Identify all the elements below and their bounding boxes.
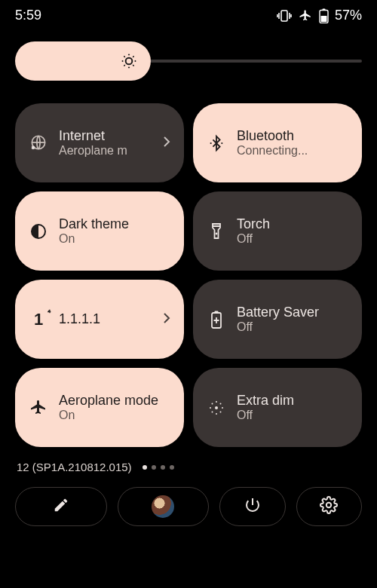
svg-point-15 — [210, 407, 211, 409]
tile-aeroplane[interactable]: Aeroplane mode On — [15, 368, 184, 447]
status-time: 5:59 — [15, 8, 41, 23]
tile-dark-theme[interactable]: Dark theme On — [15, 191, 184, 271]
tile-sub: Off — [237, 232, 348, 246]
svg-point-18 — [220, 411, 222, 412]
dark-theme-icon — [29, 222, 48, 240]
user-switch-button[interactable] — [118, 487, 210, 526]
tile-dns[interactable]: 1 1.1.1.1 — [15, 280, 184, 359]
brightness-thumb[interactable] — [15, 41, 151, 81]
chevron-right-icon[interactable] — [163, 312, 170, 327]
svg-point-6 — [210, 142, 212, 143]
tile-title: Internet — [59, 128, 152, 144]
svg-point-14 — [216, 413, 217, 415]
tile-sub: Aeroplane m — [59, 144, 152, 158]
pencil-icon — [53, 497, 69, 516]
svg-rect-2 — [322, 8, 325, 11]
svg-point-19 — [220, 403, 222, 404]
status-bar: 5:59 57% — [0, 0, 377, 28]
page-indicator[interactable] — [143, 465, 174, 470]
page-dot — [152, 465, 156, 470]
power-icon — [244, 496, 262, 517]
tile-title: Extra dim — [237, 393, 348, 409]
battery-percent: 57% — [335, 8, 362, 23]
svg-rect-3 — [320, 16, 326, 22]
tile-sub: On — [59, 409, 170, 422]
tile-sub: Off — [237, 409, 348, 422]
extra-dim-icon — [207, 398, 226, 418]
power-button[interactable] — [219, 487, 285, 526]
svg-point-16 — [222, 407, 223, 409]
tile-sub: Off — [237, 320, 348, 334]
qs-tiles: Internet Aeroplane m Bluetooth Connectin… — [0, 87, 377, 447]
tile-battery-saver[interactable]: Battery Saver Off — [193, 280, 362, 359]
tile-torch[interactable]: Torch Off — [193, 191, 362, 271]
airplane-icon — [298, 9, 313, 23]
svg-rect-11 — [215, 311, 219, 313]
brightness-slider[interactable] — [0, 28, 377, 87]
svg-point-9 — [216, 232, 218, 234]
avatar — [152, 495, 174, 518]
svg-point-20 — [212, 411, 213, 412]
svg-point-7 — [221, 142, 222, 143]
svg-point-17 — [212, 403, 213, 404]
bluetooth-icon — [207, 133, 226, 153]
one-icon: 1 — [29, 310, 48, 329]
tile-title: Bluetooth — [237, 128, 348, 144]
svg-point-12 — [215, 406, 218, 409]
tile-bluetooth[interactable]: Bluetooth Connecting... — [193, 103, 362, 182]
svg-point-13 — [216, 401, 217, 403]
tile-sub: On — [59, 232, 170, 246]
globe-x-icon — [29, 133, 48, 153]
vibrate-icon — [277, 9, 292, 23]
page-dot — [143, 465, 147, 470]
brightness-icon — [119, 51, 139, 71]
svg-rect-0 — [281, 11, 287, 21]
qs-footer: 12 (SP1A.210812.015) — [0, 447, 377, 479]
tile-extra-dim[interactable]: Extra dim Off — [193, 368, 362, 447]
status-icons: 57% — [277, 8, 362, 23]
page-dot — [170, 465, 174, 470]
battery-icon — [319, 8, 329, 23]
flashlight-icon — [207, 222, 226, 241]
gear-icon — [320, 496, 338, 517]
brightness-track[interactable] — [143, 60, 362, 63]
airplane-icon — [29, 399, 48, 417]
build-text: 12 (SP1A.210812.015) — [17, 461, 132, 473]
tile-title: Torch — [237, 216, 348, 232]
tile-title: Battery Saver — [237, 305, 348, 320]
svg-point-4 — [126, 58, 133, 65]
tile-sub: Connecting... — [237, 144, 348, 158]
chevron-right-icon[interactable] — [163, 136, 170, 151]
svg-point-21 — [326, 503, 331, 507]
tile-internet[interactable]: Internet Aeroplane m — [15, 103, 184, 182]
qs-bottom-actions — [0, 479, 377, 526]
battery-plus-icon — [207, 310, 226, 329]
edit-tiles-button[interactable] — [15, 487, 107, 526]
tile-title: Aeroplane mode — [59, 393, 170, 409]
tile-title: Dark theme — [59, 216, 170, 232]
tile-title: 1.1.1.1 — [59, 311, 152, 327]
page-dot — [161, 465, 165, 470]
settings-button[interactable] — [296, 487, 362, 526]
